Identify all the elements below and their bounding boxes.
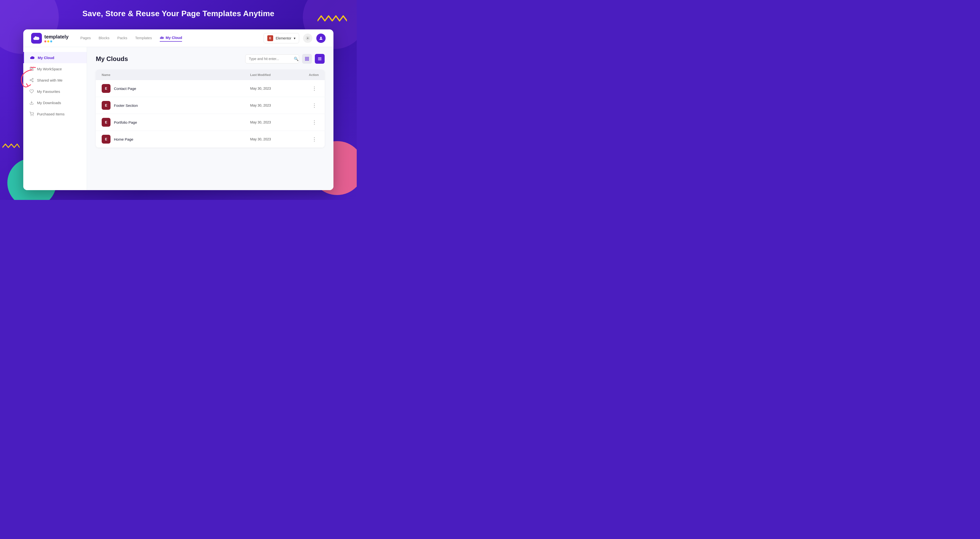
grid-view-button[interactable]: [302, 54, 312, 64]
svg-point-13: [33, 115, 33, 116]
sidebar-item-my-cloud[interactable]: My Cloud: [23, 52, 87, 63]
user-avatar[interactable]: [316, 33, 326, 43]
table-row: E Footer Section May 30, 2023 ⋮: [96, 97, 325, 114]
sidebar-item-my-downloads[interactable]: My Downloads: [23, 97, 87, 108]
svg-point-0: [307, 38, 309, 39]
content-header: My Clouds 🔍: [96, 54, 325, 64]
settings-button[interactable]: [303, 33, 312, 43]
row-action-4: ⋮: [299, 135, 319, 143]
main-card: templately Pages Blocks Packs Templates …: [23, 29, 333, 190]
col-action: Action: [299, 73, 319, 77]
list-view-button[interactable]: [315, 54, 325, 64]
row-action-2: ⋮: [299, 102, 319, 109]
row-icon-3: E: [102, 118, 110, 127]
content-actions: 🔍: [245, 54, 325, 64]
elementor-icon: E: [267, 35, 273, 41]
cloud-table: Name Last Modified Action E Contact Page…: [96, 70, 325, 148]
brand-logo: [31, 33, 42, 44]
builder-selector[interactable]: E Elementor ▾: [264, 33, 299, 43]
table-header: Name Last Modified Action: [96, 70, 325, 80]
svg-rect-15: [307, 57, 309, 58]
row-date-3: May 30, 2023: [250, 120, 299, 124]
brand-dot-blue: [50, 40, 52, 42]
more-button-3[interactable]: ⋮: [310, 118, 319, 126]
row-action-1: ⋮: [299, 84, 319, 92]
nav-right: E Elementor ▾: [264, 33, 326, 43]
content-area: My Clouds 🔍: [87, 47, 333, 190]
content-title: My Clouds: [96, 55, 128, 63]
nav-my-cloud[interactable]: My Cloud: [160, 35, 182, 41]
row-icon-1: E: [102, 84, 110, 93]
search-box: 🔍: [245, 54, 299, 64]
sidebar-purchased-label: Purchased Items: [37, 112, 65, 116]
row-icon-4: E: [102, 135, 110, 143]
more-button-1[interactable]: ⋮: [310, 84, 319, 92]
sidebar-item-purchased-items[interactable]: Purchased Items: [23, 108, 87, 119]
deco-arrow: [17, 66, 34, 88]
cloud-icon: [30, 55, 35, 60]
page-header: Save, Store & Reuse Your Page Templates …: [0, 0, 357, 27]
sidebar-workspace-label: My WorkSpace: [37, 67, 62, 71]
nav-pages[interactable]: Pages: [80, 35, 91, 41]
col-name: Name: [102, 73, 250, 77]
svg-point-12: [31, 115, 31, 116]
row-date-2: May 30, 2023: [250, 103, 299, 107]
row-date-1: May 30, 2023: [250, 86, 299, 91]
navbar: templately Pages Blocks Packs Templates …: [23, 29, 333, 47]
cart-icon: [29, 111, 34, 116]
row-title-4: Home Page: [114, 137, 133, 142]
row-name-4: E Home Page: [102, 135, 250, 143]
row-title-1: Contact Page: [114, 86, 136, 91]
brand-dots: [45, 40, 68, 42]
nav-packs[interactable]: Packs: [117, 35, 127, 41]
row-icon-2: E: [102, 101, 110, 110]
sidebar-favourites-label: My Favourites: [37, 89, 60, 94]
more-button-4[interactable]: ⋮: [310, 135, 319, 143]
search-input[interactable]: [249, 57, 292, 61]
sidebar-shared-label: Shared with Me: [37, 78, 62, 82]
row-date-4: May 30, 2023: [250, 137, 299, 141]
nav-links: Pages Blocks Packs Templates My Cloud: [80, 35, 264, 41]
row-name-2: E Footer Section: [102, 101, 250, 110]
svg-point-1: [320, 37, 322, 38]
more-button-2[interactable]: ⋮: [310, 102, 319, 109]
row-name-3: E Portfolio Page: [102, 118, 250, 127]
svg-rect-14: [305, 57, 307, 58]
dropdown-arrow-icon: ▾: [294, 36, 296, 40]
body-area: My Cloud My WorkSpace: [23, 47, 333, 190]
nav-blocks[interactable]: Blocks: [99, 35, 109, 41]
col-modified: Last Modified: [250, 73, 299, 77]
table-row: E Contact Page May 30, 2023 ⋮: [96, 80, 325, 97]
svg-rect-17: [307, 59, 309, 60]
table-row: E Home Page May 30, 2023 ⋮: [96, 131, 325, 148]
brand: templately: [31, 33, 68, 44]
my-cloud-nav-icon: My Cloud: [160, 35, 182, 40]
brand-dot-yellow: [47, 40, 49, 42]
svg-rect-16: [305, 59, 307, 60]
table-row: E Portfolio Page May 30, 2023 ⋮: [96, 114, 325, 131]
search-icon: 🔍: [294, 57, 299, 61]
sidebar-downloads-label: My Downloads: [37, 101, 61, 105]
sidebar-my-cloud-label: My Cloud: [38, 56, 54, 60]
builder-name: Elementor: [275, 36, 291, 40]
download-icon: [29, 100, 34, 105]
page-title: Save, Store & Reuse Your Page Templates …: [82, 9, 274, 18]
row-title-3: Portfolio Page: [114, 120, 137, 124]
brand-dot-red: [45, 40, 46, 42]
deco-zigzag-bl: [2, 142, 20, 151]
row-title-2: Footer Section: [114, 103, 138, 108]
row-name-1: E Contact Page: [102, 84, 250, 93]
row-action-3: ⋮: [299, 118, 319, 126]
nav-templates[interactable]: Templates: [135, 35, 152, 41]
brand-name: templately: [45, 34, 68, 40]
